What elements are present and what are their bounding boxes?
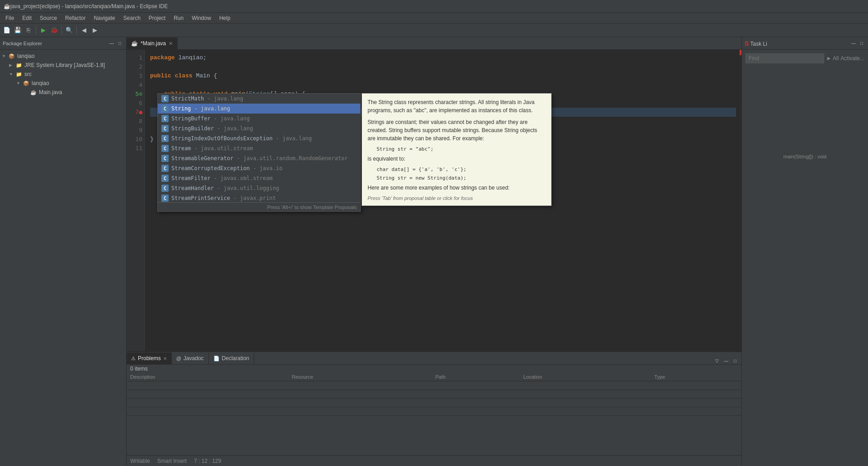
line-num-7: 7● (128, 108, 142, 117)
problems-close[interactable]: ✕ (163, 356, 167, 361)
menu-navigate[interactable]: Navigate (90, 14, 118, 22)
bottom-tab-declaration[interactable]: 📄 Declaration (209, 352, 255, 364)
code-editor[interactable]: 1 2 3 4 5⊙ 6 7● 8 9 10 11 package lanqia… (127, 50, 741, 351)
ac-icon: C (161, 95, 169, 102)
toolbar: 📄 💾 ⎘ ▶ 🐞 🔍 ◀ ▶ (0, 24, 868, 37)
tree-item-3[interactable]: ▼📦lanqiao (0, 79, 126, 88)
menu-window[interactable]: Window (188, 14, 215, 22)
line-num-2: 2 (128, 62, 142, 71)
bottom-tab-problems[interactable]: ⚠ Problems ✕ (127, 352, 172, 364)
ac-icon: C (161, 105, 169, 112)
tab-close-btn[interactable]: ✕ (169, 41, 173, 47)
declaration-label: Declaration (222, 355, 250, 361)
tree-label: lanqiao (32, 80, 49, 86)
find-all-label[interactable]: ► All (826, 55, 839, 62)
left-panel-header: Package Explorer — □ (0, 37, 126, 50)
ac-name: Stream (171, 145, 191, 152)
toolbar-new-btn[interactable]: 📄 (2, 25, 12, 35)
code-line-1: package lanqiao; (150, 53, 736, 62)
line-num-10: 10 (128, 135, 142, 144)
ac-name: StreamHandler (171, 185, 214, 191)
line-num-4: 4 (128, 81, 142, 90)
autocomplete-item-9[interactable]: CStreamHandler - java.util.logging (158, 183, 360, 193)
problems-header-row: Description Resource Path Location Type (127, 373, 741, 381)
menu-help[interactable]: Help (216, 14, 234, 22)
menu-refactor[interactable]: Refactor (61, 14, 89, 22)
panel-maximize-btn[interactable]: □ (116, 40, 123, 47)
bottom-tab-javadoc[interactable]: @ Javadoc (172, 352, 209, 364)
ac-icon: C (161, 175, 169, 182)
autocomplete-item-10[interactable]: CStreamPrintService - javax.print (158, 193, 360, 202)
menu-source[interactable]: Source (36, 14, 61, 22)
toolbar-back-btn[interactable]: ◀ (79, 25, 89, 35)
autocomplete-hint: Press 'Alt+/' to show Template Proposals (267, 204, 357, 210)
toolbar-run-btn[interactable]: ▶ (38, 25, 48, 35)
activate-label[interactable]: Activate... (840, 55, 864, 62)
doc-code2: char data[] = {'a', 'b', 'c'}; (377, 166, 546, 172)
autocomplete-item-6[interactable]: CStreamableGenerator - java.util.random.… (158, 153, 360, 163)
doc-intro: The String class represents character st… (368, 98, 546, 114)
autocomplete-item-1[interactable]: CString - java.lang (158, 104, 360, 114)
toolbar-debug-btn[interactable]: 🐞 (49, 25, 59, 35)
tree-item-1[interactable]: ▶📁JRE System Library [JavaSE-1.8] (0, 61, 126, 70)
toolbar-save-all-btn[interactable]: ⎘ (24, 25, 33, 35)
col-path: Path (432, 373, 519, 381)
ac-icon: C (161, 165, 169, 172)
menu-file[interactable]: File (2, 14, 18, 22)
tree-icon: 📦 (8, 52, 15, 60)
line-num-5: 5⊙ (128, 90, 142, 99)
col-description: Description (127, 373, 288, 381)
ac-icon: C (161, 115, 169, 122)
table-row (127, 399, 741, 407)
line-num-8: 8 (128, 117, 142, 126)
autocomplete-item-7[interactable]: CStreamCorruptedException - java.io (158, 163, 360, 173)
autocomplete-item-8[interactable]: CStreamFilter - javax.xml.stream (158, 173, 360, 183)
bottom-content: 0 items Description Resource Path Locati… (127, 365, 741, 455)
autocomplete-item-5[interactable]: CStream - java.util.stream (158, 143, 360, 153)
center-area: ☕ *Main.java ✕ 1 2 3 4 5⊙ 6 7● 8 9 10 11 (127, 37, 741, 466)
find-input[interactable] (745, 53, 824, 63)
toolbar-save-btn[interactable]: 💾 (13, 25, 23, 35)
menu-project[interactable]: Project (145, 14, 169, 22)
bottom-filter-btn[interactable]: ▽ (713, 357, 721, 364)
package-explorer-content: ▼📦lanqiao▶📁JRE System Library [JavaSE-1.… (0, 50, 126, 466)
task-list-content: ► All Activate... main(String[]) : void (742, 50, 868, 466)
tree-item-4[interactable]: ☕Main.java (0, 88, 126, 97)
autocomplete-item-2[interactable]: CStringBuffer - java.lang (158, 114, 360, 124)
code-line-2 (150, 62, 736, 71)
toolbar-search-btn[interactable]: 🔍 (64, 25, 74, 35)
panel-minimize-btn[interactable]: — (108, 40, 115, 47)
table-row (127, 407, 741, 416)
tab-icon: ☕ (131, 40, 138, 47)
right-minimize-btn[interactable]: — (850, 40, 857, 47)
ac-package: - java.util.logging (217, 185, 279, 191)
autocomplete-item-4[interactable]: CStringIndexOutOfBoundsException - java.… (158, 133, 360, 143)
error-marker-bar (740, 50, 741, 55)
menu-search[interactable]: Search (120, 14, 144, 22)
autocomplete-item-0[interactable]: CStrictMath - java.lang (158, 94, 360, 104)
bottom-maximize-btn[interactable]: □ (731, 357, 739, 364)
autocomplete-item-3[interactable]: CStringBuilder - java.lang (158, 124, 360, 133)
editor-tab-main[interactable]: ☕ *Main.java ✕ (127, 38, 178, 49)
bottom-minimize-btn[interactable]: — (722, 357, 730, 364)
menu-run[interactable]: Run (170, 14, 187, 22)
ac-package: - javax.print (233, 195, 276, 201)
ac-icon: C (161, 145, 169, 152)
menu-edit[interactable]: Edit (19, 14, 35, 22)
doc-footer: Press 'Tab' from proposal table or click… (368, 195, 546, 201)
javadoc-icon: @ (176, 356, 181, 361)
line-num-3: 3 (128, 71, 142, 81)
toolbar-forward-btn[interactable]: ▶ (90, 25, 100, 35)
ac-package: - java.util.stream (194, 145, 253, 152)
panel-icons: — □ (108, 40, 123, 47)
right-maximize-btn[interactable]: □ (858, 40, 865, 47)
tree-item-2[interactable]: ▼📁src (0, 70, 126, 79)
ac-name: String (171, 105, 191, 112)
insert-mode-text: Smart Insert (157, 458, 187, 464)
ac-package: - java.io (253, 165, 283, 171)
bottom-tabs: ⚠ Problems ✕ @ Javadoc 📄 Declaration ▽ —… (127, 352, 741, 365)
ac-package: - java.util.random.RandomGenerator (237, 155, 348, 162)
tree-item-0[interactable]: ▼📦lanqiao (0, 52, 126, 61)
tree-icon: 📁 (15, 71, 23, 78)
table-row (127, 381, 741, 390)
